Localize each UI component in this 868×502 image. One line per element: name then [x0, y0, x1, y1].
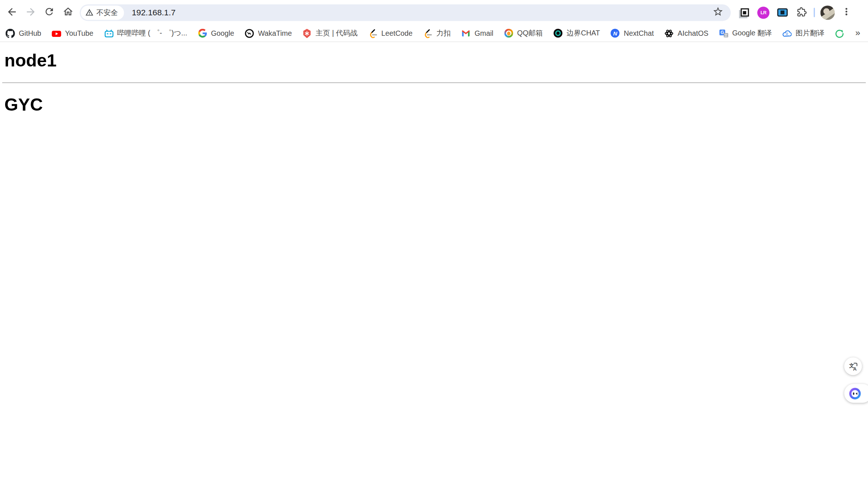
pip-extension-button[interactable]	[774, 4, 790, 20]
bookmark-item[interactable]: 力扣	[423, 28, 451, 38]
extensions-area: LR	[736, 4, 854, 20]
svg-text:文: 文	[724, 33, 727, 37]
bookmark-label: 边界CHAT	[567, 28, 600, 38]
chevron-double-right-icon: »	[855, 28, 860, 38]
red-hex-swirl-icon	[302, 28, 312, 38]
kebab-menu-icon	[841, 6, 852, 19]
green-planet-icon	[835, 28, 844, 38]
google-translate-icon: G文	[719, 28, 728, 38]
bookmark-item[interactable]: 哔哩哔哩 ( ゜- ゜)つ...	[104, 28, 187, 38]
bookmark-item[interactable]: AIchatOS	[664, 28, 708, 38]
bookmark-label: Google	[211, 29, 235, 38]
bookmark-item[interactable]: 主页 | 代码战	[302, 28, 358, 38]
bookmark-item[interactable]: QQ邮箱	[504, 28, 542, 38]
bookmark-label: LeetCode	[381, 29, 412, 38]
reload-icon	[44, 6, 55, 19]
bookmark-label: 图片翻译	[796, 28, 825, 38]
leetcode-icon	[368, 28, 377, 38]
lr-ext-icon: LR	[757, 6, 769, 18]
bookmark-item[interactable]: GitHub	[5, 28, 41, 38]
bookmark-item[interactable]: G文Google 翻译	[719, 28, 772, 38]
avatar	[821, 5, 835, 19]
bookmark-label: QQ邮箱	[517, 28, 543, 38]
section-heading: GYC	[4, 95, 864, 116]
bookmark-item[interactable]: YouTube	[52, 28, 94, 38]
puzzle-icon	[795, 6, 807, 19]
screenshot-extension-button[interactable]	[736, 4, 753, 20]
forward-button[interactable]	[21, 3, 40, 22]
bookmark-item[interactable]: Google	[198, 28, 234, 38]
bookmark-item[interactable]: LeetCode	[368, 28, 412, 38]
translate-fab[interactable]: 文A	[844, 357, 862, 375]
star-icon	[712, 6, 723, 19]
cloud-translate-icon: 文	[782, 28, 792, 38]
bianjie-chat-icon	[553, 28, 563, 38]
assistant-fab[interactable]	[844, 384, 868, 403]
qqmail-icon	[504, 28, 513, 38]
bookmark-item[interactable]: NNextChat	[610, 28, 654, 38]
youtube-icon	[52, 28, 61, 38]
extensions-button[interactable]	[793, 4, 809, 20]
bookmark-label: GitHub	[19, 29, 41, 38]
lr-extension-button[interactable]: LR	[755, 4, 772, 20]
bookmark-label: 力扣	[436, 28, 450, 38]
google-icon	[198, 28, 207, 38]
bookmark-item[interactable]: 文图片翻译	[782, 28, 824, 38]
url-text[interactable]: 192.168.1.7	[132, 8, 176, 17]
github-icon	[5, 28, 15, 38]
bookmark-label: NextChat	[624, 29, 654, 38]
translate-icon: 文A	[848, 361, 859, 372]
screenshot-ext-icon	[741, 8, 749, 17]
browser-toolbar: 不安全 192.168.1.7 LR	[0, 0, 868, 25]
leetcode-icon	[423, 28, 433, 38]
bookmark-label: YouTube	[65, 29, 93, 38]
gmail-icon	[461, 28, 471, 38]
bookmark-item[interactable]: Gmail	[461, 28, 494, 38]
warning-triangle-icon	[85, 8, 94, 17]
bookmark-label: AIchatOS	[678, 29, 708, 38]
forward-arrow-icon	[24, 6, 36, 19]
wakatime-icon	[245, 28, 254, 38]
bookmark-item[interactable]: 边界CHAT	[553, 28, 600, 38]
bookmark-item[interactable]: 知识星球	[835, 28, 848, 38]
back-button[interactable]	[2, 3, 21, 22]
reload-button[interactable]	[40, 3, 59, 22]
openai-knot-icon	[664, 28, 674, 38]
bookmark-item[interactable]: WakaTime	[245, 28, 292, 38]
svg-text:G: G	[720, 30, 724, 35]
bookmark-label: Gmail	[475, 29, 493, 38]
bilibili-icon	[104, 28, 113, 38]
page-content: node1 GYC	[0, 50, 868, 116]
bookmark-label: 哔哩哔哩 ( ゜- ゜)つ...	[117, 28, 187, 38]
robot-face-icon	[848, 386, 862, 400]
nextchat-icon: N	[610, 28, 620, 38]
back-arrow-icon	[6, 6, 18, 19]
page-heading: node1	[4, 50, 864, 71]
toolbar-divider	[814, 8, 815, 17]
address-bar[interactable]: 不安全 192.168.1.7	[80, 4, 731, 20]
browser-window: 不安全 192.168.1.7 LR	[0, 0, 868, 502]
bookmarks-overflow-button[interactable]: »	[855, 29, 860, 38]
bookmark-label: Google 翻译	[732, 28, 772, 38]
bookmarks-bar: GitHubYouTube哔哩哔哩 ( ゜- ゜)つ...GoogleWakaT…	[0, 25, 868, 42]
menu-button[interactable]	[838, 4, 854, 20]
security-chip[interactable]: 不安全	[81, 5, 124, 19]
svg-text:A: A	[853, 366, 857, 372]
profile-button[interactable]	[819, 4, 836, 20]
home-icon	[62, 6, 73, 19]
home-button[interactable]	[59, 3, 78, 22]
horizontal-rule	[2, 83, 866, 83]
bookmarks-list: GitHubYouTube哔哩哔哩 ( ゜- ゜)つ...GoogleWakaT…	[5, 28, 848, 38]
bookmark-label: WakaTime	[258, 29, 292, 38]
bookmark-label: 主页 | 代码战	[316, 28, 358, 38]
svg-text:文: 文	[785, 32, 789, 36]
bookmark-star-button[interactable]	[711, 5, 725, 19]
pip-ext-icon	[777, 8, 788, 17]
security-label: 不安全	[96, 7, 118, 17]
